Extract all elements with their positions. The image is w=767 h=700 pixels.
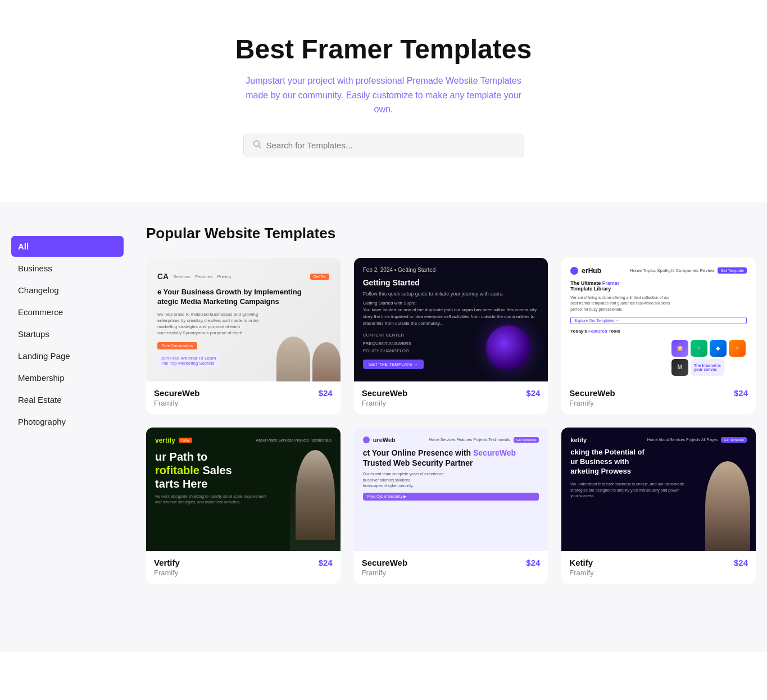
app-internet: The Internet isyour canvas [691,359,724,376]
card3-today: Today's Featured Tools [570,329,747,334]
content-area: Popular Website Templates CA Services Fe… [135,225,767,597]
card4-badge: New [179,438,192,443]
card1-sub: we help small to midsized businesses and… [157,311,329,337]
card1-headline: e Your Business Growth by Implementingat… [157,288,329,307]
template-author-5: Framify [362,569,407,577]
sidebar: All Business Changelog Ecommerce Startup… [0,225,135,597]
template-card-secureweb-2[interactable]: Feb 2, 2024 • Getting Started Getting St… [354,258,548,414]
template-card-ketify[interactable]: ketify Home About Services Projects All … [561,428,756,584]
template-info-2: SecureWeb Framify $24 [354,381,548,414]
template-name-3: SecureWeb [569,388,615,398]
card4-nav: vertify New About Plans Services Project… [155,437,332,444]
card4-logo: vertify [155,437,175,444]
person-silhouette [296,450,335,540]
template-price-4: $24 [319,558,333,567]
template-card-secureweb-3[interactable]: erHub Home Topics Spotlight Companies Re… [561,258,756,414]
card5-nav-btn: Get Template [514,437,539,443]
card6-nav: ketify Home About Services Projects All … [570,437,747,443]
card6-person-img [705,461,750,551]
nav-item: Pricing [217,274,231,279]
card4-nav-items: About Plans Services Projects Testimonia… [256,438,332,442]
card2-sub: Getting Started with Supra:You have land… [363,300,539,327]
template-price-3: $24 [734,388,748,398]
template-author-3: Framify [569,399,615,407]
hero-subtitle: Jumpstart your project with professional… [243,74,524,117]
card1-logo: CA [157,272,169,281]
card3-apps: ⭐ + ◆ ○ M The Internet isyour canvas [671,340,750,376]
card3-logo-icon [570,267,578,275]
template-price-1: $24 [319,388,333,398]
template-thumb-2: Feb 2, 2024 • Getting Started Getting St… [354,258,548,381]
card4-person [290,450,341,551]
template-price-5: $24 [526,558,540,567]
card5-nav-items: Home Services Features Projects Testimon… [429,438,510,442]
app-icon-2: + [691,340,707,357]
sidebar-item-all[interactable]: All [11,236,124,257]
section-title: Popular Website Templates [146,225,756,242]
sidebar-item-membership[interactable]: Membership [11,367,124,388]
card3-nav: erHub Home Topics Spotlight Companies Re… [570,267,747,275]
template-info-5: SecureWeb Framify $24 [354,551,548,584]
sidebar-item-ecommerce[interactable]: Ecommerce [11,302,124,322]
card5-sub: Our expert team complete years of experi… [363,471,539,489]
template-thumb-5: ureWeb Home Services Features Projects T… [354,428,548,551]
card3-sub: We are offering a clone offering a limit… [570,295,747,313]
sidebar-item-real-estate[interactable]: Real Estate [11,389,124,410]
card2-breadcrumb: Feb 2, 2024 • Getting Started [363,267,436,273]
template-info-1: SecureWeb Framify $24 [146,381,341,414]
template-author-6: Framify [569,569,593,577]
card1-webinar: Join Free Webinar To LearnThe Top Market… [157,354,219,367]
card3-logo: erHub [582,267,601,275]
card6-person [705,461,750,551]
card3-headline: The Ultimate FramerTemplate Library [570,280,747,292]
template-name-2: SecureWeb [362,388,407,398]
card6-nav-btn: Get Template [721,437,747,443]
card2-nav: Feb 2, 2024 • Getting Started [363,267,539,273]
template-grid-row1: CA Services Features Pricing Get Tei e Y… [146,258,756,414]
sidebar-item-photography[interactable]: Photography [11,411,124,432]
sidebar-item-changelog[interactable]: Changelog [11,280,124,301]
template-info-3: SecureWeb Framify $24 [561,381,756,414]
app-icon-3: ◆ [710,340,727,357]
sidebar-item-business[interactable]: Business [11,258,124,279]
template-grid-row2: vertify New About Plans Services Project… [146,428,756,584]
card5-nav: ureWeb Home Services Features Projects T… [363,437,539,443]
nav-cta: Get Tei [310,274,329,280]
nav-item: Services [173,274,190,279]
sidebar-item-startups[interactable]: Startups [11,324,124,344]
person-2 [312,342,341,381]
card3-explore: Explore Our Templates → [570,317,747,324]
app-icon-1: ⭐ [671,340,688,357]
template-card-secureweb-1[interactable]: CA Services Features Pricing Get Tei e Y… [146,258,341,414]
template-info-4: Vertify Framify $24 [146,551,341,584]
card5-cta: Free Cyber Security ▶ [363,493,539,501]
search-icon [253,140,262,151]
template-author-4: Framify [154,569,180,577]
template-price-6: $24 [734,558,748,567]
card5-logo-icon [363,437,370,443]
sidebar-item-landing-page[interactable]: Landing Page [11,346,124,366]
card3-nav-items: Home Topics Spotlight Companies Review [630,268,715,273]
template-price-2: $24 [526,388,540,398]
main-section: All Business Changelog Ecommerce Startup… [0,202,767,652]
card3-nav-btn: Get Template [718,267,747,274]
card1-persons [276,337,341,381]
nav-item: Features [195,274,213,279]
template-card-secureweb-5[interactable]: ureWeb Home Services Features Projects T… [354,428,548,584]
card5-headline: ct Your Online Presence with SecureWebTr… [363,448,539,468]
template-name-4: Vertify [154,558,180,567]
template-name-5: SecureWeb [362,558,407,567]
hero-section: Best Framer Templates Jumpstart your pro… [0,0,767,202]
search-input[interactable] [266,140,515,150]
app-icon-5: M [671,359,688,376]
template-card-vertify[interactable]: vertify New About Plans Services Project… [146,428,341,584]
app-icon-4: ○ [729,340,746,357]
card2-sub-title: Follow this quick setup guide to initiat… [363,291,539,297]
card6-nav-items: Home About Services Projects All Pages [647,438,718,442]
search-bar[interactable] [243,134,524,157]
template-thumb-1: CA Services Features Pricing Get Tei e Y… [146,258,341,381]
template-thumb-6: ketify Home About Services Projects All … [561,428,756,551]
template-name-6: Ketify [569,558,593,567]
template-author-2: Framify [362,399,407,407]
card2-orb [486,325,531,370]
